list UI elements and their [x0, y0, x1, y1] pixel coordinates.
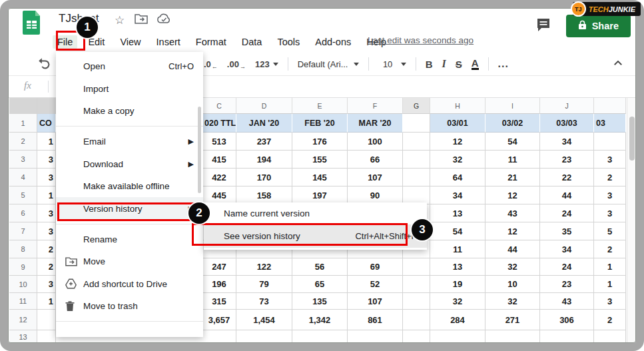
- cell-a-row-5[interactable]: 1: [37, 186, 56, 204]
- row-header-4[interactable]: 4: [9, 169, 37, 186]
- menubar-item-add-ons[interactable]: Add-ons: [315, 37, 351, 47]
- row-header-1[interactable]: 1: [9, 114, 37, 133]
- menu-item-open[interactable]: OpenCtrl+O: [56, 55, 203, 77]
- cell-i-row-1[interactable]: 03/02: [485, 114, 540, 133]
- column-header-e[interactable]: E: [292, 98, 348, 114]
- cell-k-row-2[interactable]: [594, 133, 626, 151]
- cell-k-row-8[interactable]: 2: [594, 240, 626, 258]
- cell-a-row-8[interactable]: 2: [37, 240, 56, 258]
- menu-item-email[interactable]: Email▶: [56, 131, 203, 153]
- cell-i-row-9[interactable]: 32: [485, 258, 540, 276]
- cell-h-row-1[interactable]: 03/01: [430, 114, 485, 133]
- cell-g-row-10[interactable]: [403, 276, 430, 293]
- cell-g-row-2[interactable]: [403, 133, 430, 151]
- cell-k-row-1[interactable]: 03: [594, 114, 626, 133]
- undo-icon[interactable]: [37, 57, 51, 74]
- menubar-item-format[interactable]: Format: [196, 37, 226, 47]
- cell-e-row-5[interactable]: 197: [292, 186, 348, 204]
- menu-item-make-available-offline[interactable]: Make available offline: [56, 175, 203, 197]
- cell-c-row-9[interactable]: 247: [202, 258, 236, 276]
- row-header-10[interactable]: 10: [9, 276, 37, 293]
- strikethrough-button[interactable]: S: [456, 59, 462, 70]
- cell-d-row-2[interactable]: 237: [236, 133, 292, 151]
- cell-g-row-9[interactable]: [403, 258, 430, 276]
- cell-g-row-1[interactable]: [403, 114, 430, 133]
- cloud-status-icon[interactable]: [157, 13, 171, 27]
- cell-h-row-2[interactable]: 12: [430, 133, 485, 151]
- cell-f-row-10[interactable]: 52: [348, 276, 403, 293]
- cell-d-row-9[interactable]: 122: [236, 258, 292, 276]
- cell-h-row-12[interactable]: 284: [430, 310, 485, 330]
- star-icon[interactable]: ☆: [115, 13, 125, 27]
- row-header-9[interactable]: 9: [9, 258, 37, 276]
- cell-d-row-4[interactable]: 170: [236, 169, 292, 186]
- submenu-item-see-version-history[interactable]: See version historyCtrl+Alt+Shift+H: [204, 224, 427, 248]
- cell-e-row-9[interactable]: 56: [292, 258, 348, 276]
- cell-a-row-13[interactable]: [37, 330, 56, 344]
- increase-decimal-icon[interactable]: .00→: [227, 58, 246, 70]
- column-header-i[interactable]: I: [485, 98, 540, 114]
- cell-c-row-4[interactable]: 422: [202, 169, 236, 186]
- cell-e-row-4[interactable]: 145: [292, 169, 348, 186]
- cell-c-row-3[interactable]: 415: [202, 151, 236, 169]
- menubar-item-tools[interactable]: Tools: [277, 37, 300, 47]
- cell-i-row-11[interactable]: 32: [485, 293, 540, 310]
- cell-d-row-12[interactable]: 1,454: [236, 310, 292, 330]
- cell-a-row-2[interactable]: 1: [37, 133, 56, 151]
- cell-a-row-12[interactable]: [37, 310, 56, 330]
- grid-scrollbar-thumb[interactable]: [629, 117, 635, 161]
- menubar-item-insert[interactable]: Insert: [157, 37, 180, 47]
- column-header-k[interactable]: [594, 98, 626, 114]
- menubar-item-file[interactable]: File: [53, 35, 77, 49]
- cell-c-row-12[interactable]: 3,657: [202, 310, 236, 330]
- cell-h-row-6[interactable]: 13: [430, 204, 485, 222]
- menu-item-add-shortcut-to-drive[interactable]: Add shortcut to Drive: [56, 273, 203, 295]
- cell-j-row-7[interactable]: 35: [540, 222, 594, 240]
- cell-j-row-4[interactable]: 22: [540, 169, 594, 186]
- cell-c-row-2[interactable]: 513: [202, 133, 236, 151]
- cell-h-row-8[interactable]: 11: [430, 240, 485, 258]
- cell-d-row-10[interactable]: 79: [236, 276, 292, 293]
- cell-i-row-13[interactable]: [485, 330, 540, 344]
- cell-a-row-6[interactable]: 3: [37, 204, 56, 222]
- cell-a-row-11[interactable]: 1: [37, 293, 56, 310]
- cell-c-row-5[interactable]: 445: [202, 186, 236, 204]
- cell-e-row-10[interactable]: 65: [292, 276, 348, 293]
- cell-k-row-9[interactable]: 1: [594, 258, 626, 276]
- number-format-menu[interactable]: 123: [255, 59, 278, 69]
- cell-e-row-2[interactable]: 176: [292, 133, 348, 151]
- cell-c-row-1[interactable]: 020 TTL: [202, 114, 236, 133]
- cell-j-row-8[interactable]: 34: [540, 240, 594, 258]
- column-header-h[interactable]: H: [430, 98, 485, 114]
- row-header-7[interactable]: 7: [9, 222, 37, 240]
- cell-k-row-3[interactable]: 3: [594, 151, 626, 169]
- cell-j-row-11[interactable]: 43: [540, 293, 594, 310]
- cell-i-row-12[interactable]: 271: [485, 310, 540, 330]
- cell-c-row-13[interactable]: [202, 330, 236, 344]
- italic-button[interactable]: I: [442, 58, 446, 70]
- cell-g-row-5[interactable]: [403, 186, 430, 204]
- share-button[interactable]: Share: [566, 15, 631, 37]
- cell-j-row-10[interactable]: 23: [540, 276, 594, 293]
- row-header-5[interactable]: 5: [9, 186, 37, 204]
- column-header-c[interactable]: C: [202, 98, 236, 114]
- cell-j-row-12[interactable]: 306: [540, 310, 594, 330]
- row-header-12[interactable]: 12: [9, 310, 37, 330]
- menubar-item-view[interactable]: View: [120, 37, 141, 47]
- cell-f-row-4[interactable]: 107: [348, 169, 403, 186]
- cell-e-row-12[interactable]: 1,342: [292, 310, 348, 330]
- cell-k-row-5[interactable]: 3: [594, 186, 626, 204]
- menu-scrollbar-thumb[interactable]: [198, 107, 201, 193]
- decrease-decimal-icon[interactable]: .0←: [204, 58, 218, 70]
- cell-e-row-13[interactable]: [292, 330, 348, 344]
- cell-i-row-2[interactable]: 54: [485, 133, 540, 151]
- cell-i-row-4[interactable]: 21: [485, 169, 540, 186]
- cell-d-row-5[interactable]: 158: [236, 186, 292, 204]
- cell-j-row-13[interactable]: [540, 330, 594, 344]
- cell-i-row-3[interactable]: 11: [485, 151, 540, 169]
- cell-j-row-3[interactable]: 23: [540, 151, 594, 169]
- cell-a-row-10[interactable]: 3: [37, 276, 56, 293]
- cell-d-row-11[interactable]: 73: [236, 293, 292, 310]
- cell-k-row-10[interactable]: 1: [594, 276, 626, 293]
- menu-item-move-to-trash[interactable]: Move to trash: [56, 295, 203, 317]
